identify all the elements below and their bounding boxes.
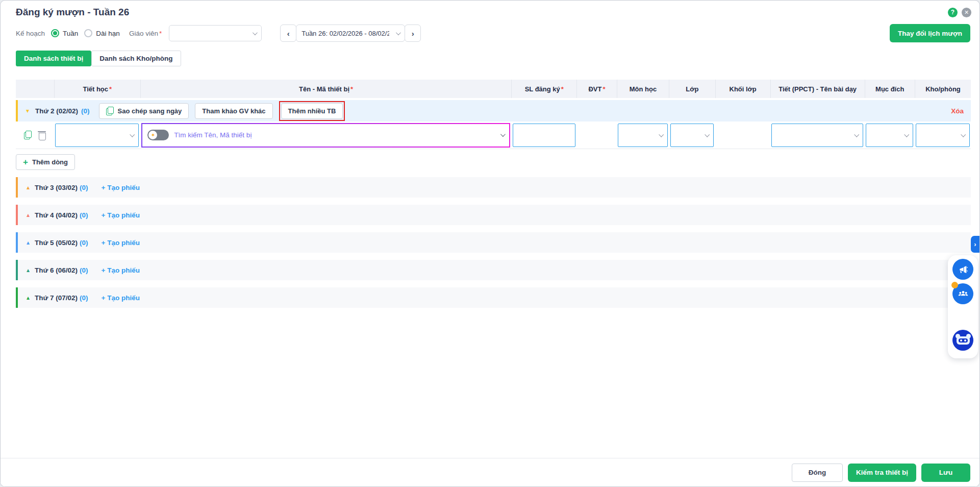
chevron-down-icon [854,132,859,137]
table-header: Tiết học* Tên - Mã thiết bị* SL đăng ký*… [16,80,971,98]
row-actions-cell [16,121,54,149]
chevron-down-icon [659,132,664,137]
copy-icon [106,107,114,115]
create-ticket-link[interactable]: + Tạo phiếu [102,239,140,247]
purpose-select[interactable] [866,124,913,147]
collapse-caret-icon[interactable]: ▾ [26,108,29,114]
column-header-quantity: SL đăng ký* [511,80,576,98]
day-count: (0) [81,107,90,115]
next-week-button[interactable]: › [405,25,421,42]
week-navigation: ‹ Tuần 26: 02/02/2026 - 08/02/2026 › [280,25,421,42]
column-header-device: Tên - Mã thiết bị* [140,80,512,98]
user-group-icon [958,288,969,300]
day-group-wednesday[interactable]: ▴ Thứ 4 (04/02) (0) + Tạo phiếu [16,205,971,225]
announcements-button[interactable] [952,259,973,280]
subject-select[interactable] [618,124,667,147]
storage-select[interactable] [916,124,969,147]
day-group-tuesday[interactable]: ▴ Thứ 3 (03/02) (0) + Tạo phiếu [16,177,971,198]
duplicate-row-icon[interactable] [24,131,32,139]
plus-icon: + [23,158,28,166]
class-select[interactable] [670,124,714,147]
chatbot-icon [957,336,970,345]
create-ticket-link[interactable]: + Tạo phiếu [102,266,140,274]
copy-to-day-button[interactable]: Sao chép sang ngày [99,103,189,119]
chevron-down-icon [396,30,401,35]
controls-row: Kế hoạch Tuần Dài hạn Giáo viên* ‹ Tuần … [1,19,979,42]
megaphone-icon [958,264,968,275]
support-widget-panel [948,255,978,358]
day-group-thursday[interactable]: ▴ Thứ 5 (05/02) (0) + Tạo phiếu [16,232,971,253]
notification-badge-dot [951,282,958,288]
chevron-down-icon [253,30,258,35]
device-search-combobox[interactable]: Tìm kiếm Tên, Mã thiết bị [141,123,510,148]
day-group-monday[interactable]: ▾ Thứ 2 (02/02) (0) Sao chép sang ngày T… [16,100,971,121]
side-panel-expand-arrow[interactable]: › [971,236,979,253]
radio-longterm-icon[interactable] [84,29,92,37]
expand-caret-icon[interactable]: ▴ [27,267,30,273]
delete-day-link[interactable]: Xóa [951,107,964,115]
teacher-select[interactable] [169,25,262,41]
modal-header: Đăng ký mượn - Tuần 26 ? ✕ [1,1,979,19]
ai-search-toggle[interactable] [147,130,169,140]
unit-cell-empty [576,121,617,149]
column-header-grade: Khối lớp [715,80,770,98]
quantity-input[interactable] [513,124,575,147]
plan-label: Kế hoạch [16,30,45,37]
page-title: Đăng ký mượn - Tuần 26 [16,7,944,18]
create-ticket-link[interactable]: + Tạo phiếu [102,294,140,302]
day-label: Thứ 2 (02/02) [35,107,78,115]
tab-device-list[interactable]: Danh sách thiết bị [16,51,91,66]
chevron-down-icon [904,132,910,137]
day-group-friday[interactable]: ▴ Thứ 6 (06/02) (0) + Tạo phiếu [16,260,971,280]
lesson-select[interactable] [771,124,863,147]
add-row-button[interactable]: + Thêm dòng [16,154,75,170]
column-header-unit: ĐVT* [576,80,617,98]
red-highlight-box: Thêm nhiều TB [279,101,345,121]
create-ticket-link[interactable]: + Tạo phiếu [102,211,140,219]
change-schedule-button[interactable]: Thay đổi lịch mượn [890,24,970,42]
radio-week-icon[interactable] [51,29,59,37]
chevron-down-icon [500,132,506,137]
column-header-subject: Môn học [617,80,669,98]
chevron-down-icon [961,132,966,137]
week-select[interactable]: Tuần 26: 02/02/2026 - 08/02/2026 [296,25,405,42]
device-entry-row: Tìm kiếm Tên, Mã thiết bị [16,121,971,149]
radio-longterm[interactable]: Dài hạn [84,29,120,37]
expand-caret-icon[interactable]: ▴ [27,212,30,218]
close-button[interactable]: Đóng [792,464,843,482]
column-header-lesson: Tiết (PPCT) - Tên bài dạy [770,80,865,98]
expand-caret-icon[interactable]: ▴ [27,184,30,190]
chevron-down-icon [130,132,135,137]
grade-cell-empty [715,121,770,149]
column-header-purpose: Mục đích [865,80,915,98]
save-button[interactable]: Lưu [921,464,970,482]
column-header-class: Lớp [669,80,715,98]
teacher-label: Giáo viên* [129,30,162,37]
column-header-actions [16,80,54,98]
delete-row-icon[interactable] [38,131,45,139]
tab-bar: Danh sách thiết bị Danh sách Kho/phòng [1,42,979,66]
check-devices-button[interactable]: Kiểm tra thiết bị [848,464,916,482]
chatbot-button[interactable] [952,330,973,351]
column-header-storage: Kho/phòng [915,80,971,98]
expand-caret-icon[interactable]: ▴ [27,295,30,301]
radio-week[interactable]: Tuần [51,29,78,37]
help-icon[interactable]: ? [948,8,958,17]
day-group-saturday[interactable]: ▴ Thứ 7 (07/02) (0) + Tạo phiếu [16,287,971,308]
borrow-registration-modal: Đăng ký mượn - Tuần 26 ? ✕ Kế hoạch Tuần… [0,0,980,487]
modal-footer: Đóng Kiểm tra thiết bị Lưu [1,458,979,486]
chevron-down-icon [705,132,710,137]
close-icon[interactable]: ✕ [962,8,971,17]
add-multiple-devices-button[interactable]: Thêm nhiều TB [281,103,343,119]
create-ticket-link[interactable]: + Tạo phiếu [102,184,140,191]
consult-other-teacher-button[interactable]: Tham khảo GV khác [195,103,272,119]
column-header-period: Tiết học* [54,80,140,98]
tab-room-list[interactable]: Danh sách Kho/phòng [91,51,181,66]
device-search-placeholder: Tìm kiếm Tên, Mã thiết bị [174,131,252,139]
expand-caret-icon[interactable]: ▴ [27,239,30,246]
period-select[interactable] [55,124,139,147]
prev-week-button[interactable]: ‹ [280,25,296,42]
